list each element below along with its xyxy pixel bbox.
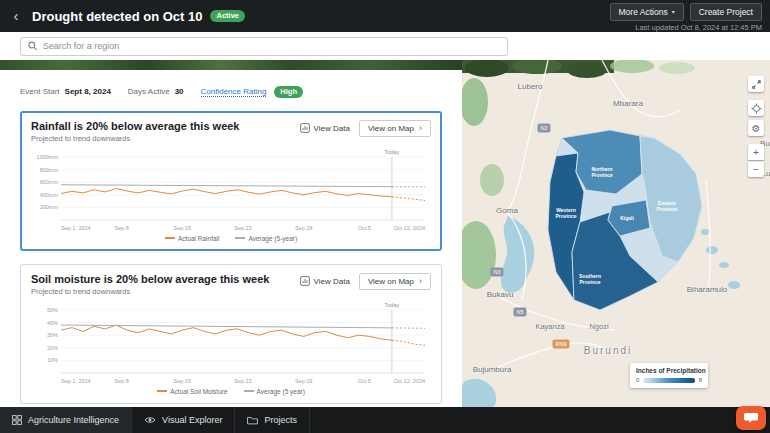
legend-max: 8 xyxy=(699,377,702,383)
tab-label: Projects xyxy=(264,415,297,425)
folder-icon xyxy=(247,416,258,425)
tab-agriculture-intelligence[interactable]: Agriculture Intelligence xyxy=(0,407,132,433)
legend-item: Actual Soil Moisture xyxy=(157,388,227,395)
plus-icon: + xyxy=(753,147,759,158)
satellite-strip xyxy=(0,60,462,70)
footer-bar: Agriculture Intelligence Visual Explorer… xyxy=(0,407,770,433)
soil-card-subtitle: Projected to trend downwards xyxy=(31,287,300,296)
legend-item: Actual Rainfall xyxy=(165,235,220,242)
svg-text:Today: Today xyxy=(385,302,400,308)
rainfall-card-subtitle: Projected to trend downwards xyxy=(31,134,300,143)
svg-text:400mm: 400mm xyxy=(40,191,59,197)
view-data-label: View Data xyxy=(314,277,350,286)
precipitation-legend: Inches of Precipitation 0 8 xyxy=(630,363,708,388)
map[interactable]: LuberoMbararaN2GomaN3BukavuN5KayanzaNgoz… xyxy=(462,60,770,407)
search-icon xyxy=(28,41,38,51)
expand-icon xyxy=(751,79,762,90)
map-canvas xyxy=(462,60,770,407)
chart-icon xyxy=(300,123,310,133)
rainfall-view-data-button[interactable]: View Data xyxy=(300,123,350,133)
soil-card-title: Soil moisture is 20% below average this … xyxy=(31,273,300,285)
event-detail-panel: Event Start Sept 8, 2024 Days Active 30 … xyxy=(0,70,462,407)
create-project-button[interactable]: Create Project xyxy=(690,3,762,21)
tab-projects[interactable]: Projects xyxy=(235,407,310,433)
soil-view-data-button[interactable]: View Data xyxy=(300,276,350,286)
gear-icon: ⚙ xyxy=(752,123,761,134)
confidence-rating-badge: High xyxy=(274,86,303,98)
svg-text:Oct 5: Oct 5 xyxy=(358,378,371,384)
chat-bubble-icon xyxy=(743,412,759,424)
chevron-right-icon: › xyxy=(419,277,422,286)
event-start-value: Sept 8, 2024 xyxy=(65,87,111,96)
map-settings-button[interactable]: ⚙ xyxy=(748,120,764,136)
locate-icon xyxy=(751,103,762,114)
legend-min: 0 xyxy=(636,377,639,383)
search-row xyxy=(0,32,770,60)
svg-text:50%: 50% xyxy=(47,307,58,313)
precipitation-legend-title: Inches of Precipitation xyxy=(636,367,702,374)
map-zoom-out-button[interactable]: − xyxy=(748,161,764,177)
header-bar: ‹ Drought detected on Oct 10 Active More… xyxy=(0,0,770,32)
days-active-label: Days Active xyxy=(128,87,170,96)
svg-text:1000mm: 1000mm xyxy=(37,154,59,160)
soil-moisture-chart: 10%20%30%40%50%Sep 1, 2024Sep 8Sep 15Sep… xyxy=(31,301,433,387)
svg-text:10%: 10% xyxy=(47,357,58,363)
legend-item: Average (5-year) xyxy=(235,235,297,242)
minus-icon: − xyxy=(753,164,759,175)
create-project-label: Create Project xyxy=(699,7,753,17)
svg-text:30%: 30% xyxy=(47,332,58,338)
event-meta-row: Event Start Sept 8, 2024 Days Active 30 … xyxy=(20,86,442,98)
svg-text:Sep 1, 2024: Sep 1, 2024 xyxy=(61,378,91,384)
chat-widget-button[interactable] xyxy=(736,406,766,430)
svg-text:200mm: 200mm xyxy=(40,204,59,210)
eye-icon xyxy=(144,416,156,424)
caret-down-icon: ▾ xyxy=(672,8,675,15)
svg-text:800mm: 800mm xyxy=(40,166,59,172)
soil-moisture-card[interactable]: Soil moisture is 20% below average this … xyxy=(20,264,442,404)
grid-icon xyxy=(12,415,22,425)
chart-icon xyxy=(300,276,310,286)
status-badge: Active xyxy=(210,10,245,22)
legend-item: Average (5 year) xyxy=(244,388,305,395)
soil-chart-legend: Actual Soil MoistureAverage (5 year) xyxy=(31,388,431,395)
svg-text:40%: 40% xyxy=(47,319,58,325)
view-on-map-label: View on Map xyxy=(368,277,414,286)
rainfall-chart: 200mm400mm600mm800mm1000mmSep 1, 2024Sep… xyxy=(31,148,433,234)
svg-text:Sep 1, 2024: Sep 1, 2024 xyxy=(61,225,91,231)
svg-text:Sep 29: Sep 29 xyxy=(295,378,312,384)
search-box[interactable] xyxy=(20,37,508,56)
tab-label: Agriculture Intelligence xyxy=(28,415,119,425)
rainfall-card[interactable]: Rainfall is 20% below average this week … xyxy=(20,111,442,251)
map-zoom-in-button[interactable]: + xyxy=(748,144,764,160)
more-actions-label: More Actions xyxy=(619,7,668,17)
svg-text:600mm: 600mm xyxy=(40,179,59,185)
svg-text:Oct 12, 2024: Oct 12, 2024 xyxy=(394,378,426,384)
rainfall-view-on-map-button[interactable]: View on Map › xyxy=(359,120,431,137)
event-start-label: Event Start xyxy=(20,87,60,96)
svg-text:Sep 15: Sep 15 xyxy=(174,225,191,231)
precipitation-gradient-bar xyxy=(643,378,694,383)
map-locate-button[interactable] xyxy=(748,100,764,116)
view-on-map-label: View on Map xyxy=(368,124,414,133)
search-input[interactable] xyxy=(43,41,500,51)
svg-text:20%: 20% xyxy=(47,344,58,350)
svg-text:Sep 22: Sep 22 xyxy=(234,378,251,384)
page-title: Drought detected on Oct 10 xyxy=(32,9,202,24)
soil-view-on-map-button[interactable]: View on Map › xyxy=(359,273,431,290)
svg-text:Sep 8: Sep 8 xyxy=(114,378,128,384)
confidence-rating-label[interactable]: Confidence Rating xyxy=(201,87,267,97)
app-window: ‹ Drought detected on Oct 10 Active More… xyxy=(0,0,770,433)
svg-text:Sep 15: Sep 15 xyxy=(174,378,191,384)
days-active-value: 30 xyxy=(175,87,184,96)
chevron-right-icon: › xyxy=(419,124,422,133)
svg-text:Sep 8: Sep 8 xyxy=(114,225,128,231)
rainfall-chart-legend: Actual RainfallAverage (5-year) xyxy=(31,235,431,242)
tab-label: Visual Explorer xyxy=(162,415,222,425)
last-updated-text: Last updated Oct 8, 2024 at 12:45 PM xyxy=(635,23,762,32)
tab-visual-explorer[interactable]: Visual Explorer xyxy=(132,407,235,433)
view-data-label: View Data xyxy=(314,124,350,133)
svg-text:Today: Today xyxy=(385,149,400,155)
map-expand-button[interactable] xyxy=(748,76,764,92)
back-button[interactable]: ‹ xyxy=(8,9,24,23)
more-actions-button[interactable]: More Actions ▾ xyxy=(610,3,684,21)
